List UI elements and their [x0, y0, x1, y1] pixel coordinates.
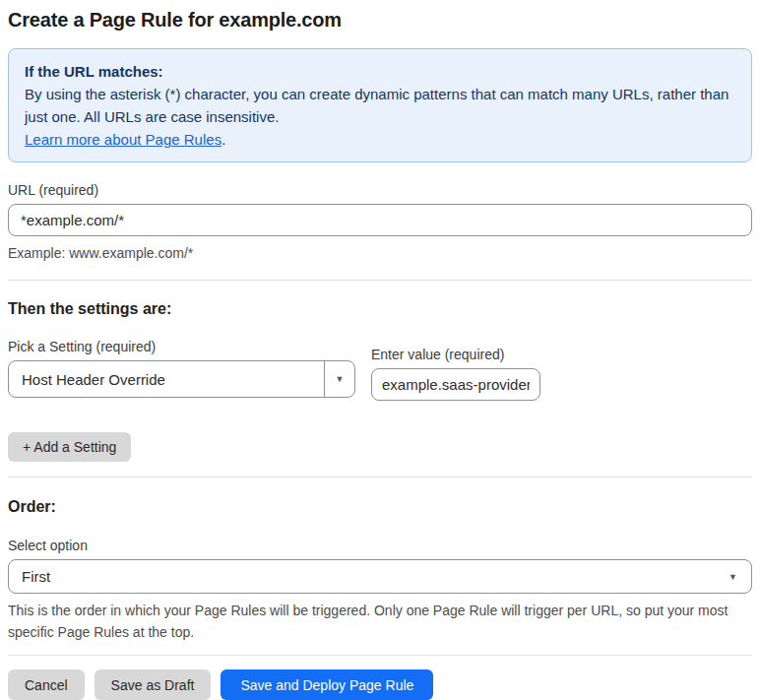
settings-row: Pick a Setting (required) Host Header Ov… — [8, 339, 752, 401]
divider — [8, 280, 752, 281]
save-draft-button[interactable]: Save as Draft — [95, 669, 212, 700]
info-box: If the URL matches: By using the asteris… — [8, 48, 752, 162]
setting-select[interactable]: Host Header Override ▼ — [8, 360, 355, 398]
order-select-label: Select option — [8, 538, 752, 553]
setting-value-column: Enter value (required) — [371, 347, 540, 401]
learn-more-link[interactable]: Learn more about Page Rules — [25, 131, 222, 148]
setting-value-input[interactable] — [371, 368, 540, 401]
info-link-row: Learn more about Page Rules. — [25, 128, 735, 151]
order-helper-text: This is the order in which your Page Rul… — [8, 600, 752, 643]
setting-select-value: Host Header Override — [9, 371, 324, 388]
url-label: URL (required) — [8, 182, 752, 198]
setting-picker-label: Pick a Setting (required) — [8, 339, 355, 354]
chevron-down-icon[interactable]: ▼ — [324, 361, 354, 397]
add-setting-button[interactable]: + Add a Setting — [8, 432, 131, 462]
save-deploy-button[interactable]: Save and Deploy Page Rule — [221, 669, 433, 700]
settings-section-heading: Then the settings are: — [8, 300, 752, 318]
page-rule-form: Create a Page Rule for example.com If th… — [0, 9, 760, 700]
order-section-heading: Order: — [8, 498, 752, 516]
info-link-suffix: . — [222, 131, 225, 148]
divider — [8, 655, 752, 656]
info-box-heading: If the URL matches: — [25, 60, 735, 83]
footer-actions: Cancel Save as Draft Save and Deploy Pag… — [8, 669, 752, 700]
info-box-body: By using the asterisk (*) character, you… — [25, 83, 735, 128]
order-select[interactable]: First ▼ — [8, 559, 752, 594]
cancel-button[interactable]: Cancel — [8, 669, 85, 700]
divider — [8, 477, 752, 477]
page-title: Create a Page Rule for example.com — [8, 9, 752, 32]
url-input[interactable] — [8, 204, 752, 236]
chevron-down-icon: ▼ — [728, 560, 737, 593]
setting-value-label: Enter value (required) — [371, 347, 540, 362]
url-helper-text: Example: www.example.com/* — [8, 242, 752, 264]
setting-picker-column: Pick a Setting (required) Host Header Ov… — [8, 339, 355, 398]
order-select-value: First — [9, 568, 751, 585]
